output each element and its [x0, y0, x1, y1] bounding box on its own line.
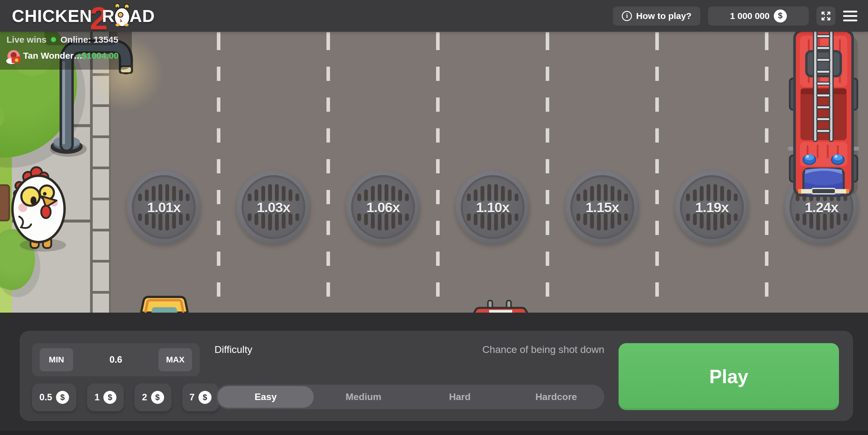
chip-value: 0.5 [39, 392, 52, 403]
country-flag-icon [11, 56, 21, 63]
logo-chicken-icon [114, 2, 131, 27]
lane-divider [327, 32, 330, 313]
multiplier-label: 1.15x [565, 170, 639, 244]
how-to-play-label: How to play? [636, 11, 691, 21]
manhole: 1.01x [127, 170, 201, 244]
quick-bet-chips: 0.5 $ 1 $ 2 $ 7 $ [32, 383, 219, 411]
quick-bet-chip[interactable]: 7 $ [182, 383, 219, 411]
quick-bet-chip[interactable]: 0.5 $ [32, 383, 76, 411]
bet-amount-box: MIN 0.6 MAX [32, 343, 200, 376]
info-icon: i [622, 11, 632, 21]
winner-avatar [7, 50, 20, 63]
lane-divider [217, 32, 220, 313]
logo-text-ad: AD [129, 6, 155, 26]
top-bar: CHICKEN2R AD i How to play? 1 000 000 [0, 0, 868, 32]
chip-value: 2 [142, 392, 147, 403]
multiplier-label: 1.03x [237, 170, 310, 244]
difficulty-tabs: Easy Medium Hard Hardcore [216, 384, 604, 409]
coin-icon: $ [56, 391, 69, 404]
coin-icon: $ [103, 391, 117, 404]
multiplier-label: 1.01x [127, 170, 201, 244]
menu-icon [843, 11, 857, 12]
fire-truck-approaching [470, 300, 532, 313]
bottom-strip [0, 431, 868, 435]
lane-divider [765, 32, 769, 313]
quick-bet-chip[interactable]: 2 $ [134, 383, 171, 411]
manhole: 1.06x [346, 170, 420, 244]
yellow-car [135, 294, 194, 313]
control-panel: MIN 0.6 MAX 0.5 $ 1 $ [0, 313, 868, 435]
fullscreen-icon [820, 11, 831, 21]
live-wins-panel: Live wins Online: 13545 Tan Wonder… +$10… [0, 32, 132, 70]
balance-display[interactable]: 1 000 000 $ [708, 6, 809, 26]
lane-divider [655, 32, 659, 313]
how-to-play-button[interactable]: i How to play? [613, 6, 700, 26]
online-count: Online: 13545 [60, 35, 118, 45]
chicken-character [7, 164, 70, 253]
multiplier-label: 1.19x [675, 170, 749, 244]
play-button[interactable]: Play [619, 343, 839, 410]
difficulty-label: Difficulty [215, 344, 252, 355]
max-bet-button[interactable]: MAX [158, 348, 192, 371]
manhole: 1.15x [565, 170, 639, 244]
menu-button[interactable] [843, 11, 857, 21]
topbar-actions: i How to play? 1 000 000 $ [613, 0, 857, 32]
multiplier-label: 1.06x [346, 170, 420, 244]
chip-value: 1 [94, 392, 99, 403]
live-wins-label: Live wins [6, 35, 46, 45]
fire-truck [788, 32, 859, 200]
manhole: 1.19x [675, 170, 749, 244]
logo-text-chicken: CHICKEN [12, 6, 92, 26]
fullscreen-button[interactable] [816, 6, 835, 26]
game-logo: CHICKEN2R AD [12, 0, 155, 32]
coin-icon: $ [774, 9, 787, 23]
chance-label: Chance of being shot down [444, 344, 604, 355]
difficulty-tab[interactable]: Hardcore [508, 384, 604, 409]
difficulty-tab[interactable]: Hard [412, 384, 508, 409]
online-dot [51, 37, 56, 42]
winner-name: Tan Wonder… [23, 51, 83, 61]
difficulty-tab[interactable]: Medium [315, 384, 411, 409]
balance-value: 1 000 000 [730, 11, 769, 21]
lane-divider [546, 32, 549, 313]
lane-divider [436, 32, 440, 313]
game-area: 1.01x 1.03x 1.06x [0, 32, 868, 313]
logo-text-r: R [102, 6, 115, 26]
multiplier-label: 1.10x [456, 170, 530, 244]
quick-bet-chip[interactable]: 1 $ [87, 383, 124, 411]
chicken-road-game-app: CHICKEN2R AD i How to play? 1 000 000 [0, 0, 868, 435]
difficulty-tab[interactable]: Easy [217, 386, 314, 408]
coin-icon: $ [198, 391, 212, 404]
chip-value: 7 [190, 392, 195, 403]
controls-container: MIN 0.6 MAX 0.5 $ 1 $ [20, 331, 853, 421]
coin-icon: $ [151, 391, 164, 404]
manhole: 1.03x [237, 170, 310, 244]
winner-amount: +$1004.00 [76, 51, 119, 61]
manhole: 1.10x [456, 170, 530, 244]
